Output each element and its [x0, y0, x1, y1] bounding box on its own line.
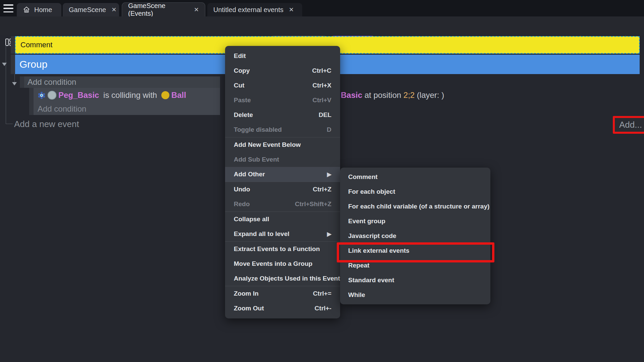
- close-tab-icon[interactable]: ✕: [194, 7, 199, 13]
- menu-item-zoom-out[interactable]: Zoom OutCtrl+-: [225, 301, 340, 316]
- menu-item-label: Standard event: [348, 277, 394, 284]
- group-collapse-arrow-icon[interactable]: [2, 63, 7, 66]
- menu-item-edit[interactable]: Edit: [225, 49, 340, 63]
- menu-item-collapse-all[interactable]: Collapse all: [225, 212, 340, 227]
- menu-item-label: Edit: [234, 52, 246, 60]
- comment-text: Comment: [20, 41, 52, 49]
- menu-item-label: Analyze Objects Used in this Event: [234, 275, 340, 282]
- tab-home[interactable]: Home: [17, 3, 61, 16]
- menu-item-toggle-disabled[interactable]: Toggle disabledD: [225, 122, 340, 137]
- menu-item-expand-all-to-level[interactable]: Expand all to level▶: [225, 227, 340, 241]
- action-object-name-fragment: Basic: [341, 90, 362, 100]
- menu-item-delete[interactable]: DeleteDEL: [225, 108, 340, 122]
- menu-item-shortcut: Ctrl+X: [313, 82, 332, 89]
- menu-item-repeat[interactable]: Repeat: [340, 258, 490, 273]
- gdevelop-events-editor: Home GameScene ✕ GameScene (Events) ✕ Un…: [0, 0, 644, 362]
- menu-item-for-each-object[interactable]: For each object: [340, 184, 490, 199]
- group-title: Group: [19, 59, 47, 70]
- condition-object-name: Peg_Basic: [58, 90, 99, 100]
- add-condition-row[interactable]: Add condition: [24, 76, 220, 88]
- tree-line: [6, 45, 6, 124]
- tab-label: GameScene (Events): [128, 2, 189, 17]
- tab-untitled-external-events[interactable]: Untitled external events ✕: [207, 3, 302, 16]
- action-row[interactable]: Basic at position 2;2 (layer: ): [341, 88, 444, 103]
- menu-item-zoom-in[interactable]: Zoom InCtrl+=: [225, 286, 340, 301]
- tab-gamescene-events[interactable]: GameScene (Events) ✕: [122, 2, 205, 16]
- menu-item-copy[interactable]: CopyCtrl+C: [225, 63, 340, 78]
- condition-row[interactable]: Peg_Basic is colliding with Ball: [38, 88, 186, 103]
- add-condition-label: Add condition: [28, 77, 76, 87]
- ball-object-thumbnail: [161, 91, 169, 99]
- menu-item-label: Add Sub Event: [234, 156, 279, 163]
- menu-item-extract-events-to-a-function[interactable]: Extract Events to a Function: [225, 242, 340, 256]
- menu-item-add-sub-event[interactable]: Add Sub Event: [225, 152, 340, 167]
- action-text: at position: [362, 90, 404, 100]
- menu-item-shortcut: Ctrl+Z: [313, 186, 331, 193]
- menu-item-standard-event[interactable]: Standard event: [340, 273, 490, 288]
- add-condition-row[interactable]: Add condition: [38, 103, 86, 115]
- menu-item-label: Expand all to level: [234, 230, 289, 238]
- menu-item-event-group[interactable]: Event group: [340, 214, 490, 229]
- tab-gamescene[interactable]: GameScene ✕: [63, 3, 119, 16]
- menu-item-label: Copy: [234, 67, 250, 74]
- event-drag-handle[interactable]: [11, 36, 15, 54]
- event-drag-handle[interactable]: [29, 88, 34, 115]
- add-button[interactable]: Add...: [615, 118, 644, 132]
- menu-item-label: Cut: [234, 82, 245, 89]
- menu-item-label: While: [348, 291, 365, 299]
- action-position-value: 2;2: [404, 90, 415, 100]
- menu-item-label: For each child variable (of a structure …: [348, 203, 489, 210]
- menu-item-shortcut: Ctrl+=: [313, 290, 331, 297]
- menu-item-label: Add Other: [234, 171, 265, 178]
- menu-item-analyze-objects-used-in-this-event[interactable]: Analyze Objects Used in this Event: [225, 271, 340, 286]
- menu-item-label: Undo: [234, 186, 250, 193]
- menu-item-shortcut: Ctrl+V: [313, 97, 332, 104]
- menu-item-add-new-event-below[interactable]: Add New Event Below: [225, 137, 340, 152]
- menu-item-comment[interactable]: Comment: [340, 170, 490, 184]
- menu-item-label: Link external events: [348, 247, 410, 254]
- tab-label: Untitled external events: [213, 6, 283, 14]
- menu-item-paste[interactable]: PasteCtrl+V: [225, 93, 340, 108]
- submenu-arrow-icon: ▶: [327, 171, 331, 178]
- menu-item-label: Extract Events to a Function: [234, 245, 320, 253]
- menu-item-redo[interactable]: RedoCtrl+Shift+Z: [225, 197, 340, 212]
- menu-item-for-each-child-variable-of-a-structure-or-array[interactable]: For each child variable (of a structure …: [340, 199, 490, 214]
- toolbar: Preview Publish: [0, 16, 644, 35]
- menu-item-undo[interactable]: UndoCtrl+Z: [225, 182, 340, 197]
- menu-item-label: Zoom Out: [234, 305, 264, 312]
- menu-item-label: For each object: [348, 188, 395, 195]
- menu-item-label: Delete: [234, 111, 253, 119]
- add-new-event-row[interactable]: Add a new event: [14, 118, 79, 130]
- menu-item-while[interactable]: While: [340, 288, 490, 302]
- submenu-arrow-icon: ▶: [327, 231, 331, 238]
- add-button-highlight-box: Add...: [613, 116, 644, 134]
- event-drag-handle[interactable]: [11, 55, 15, 74]
- condition-object2-name: Ball: [171, 90, 186, 100]
- event-drag-handle[interactable]: [20, 76, 24, 88]
- menu-item-label: Collapse all: [234, 216, 269, 223]
- close-tab-icon[interactable]: ✕: [289, 7, 294, 13]
- tab-label: Home: [34, 6, 52, 14]
- menu-item-add-other[interactable]: Add Other▶: [225, 167, 340, 182]
- add-new-event-label: Add a new event: [14, 119, 79, 129]
- event-conditions-block[interactable]: Peg_Basic is colliding with Ball Add con…: [34, 88, 220, 115]
- subevents-collapse-arrow-icon[interactable]: [12, 82, 17, 85]
- action-layer-text: (layer: ): [415, 90, 444, 100]
- menu-item-javascript-code[interactable]: Javascript code: [340, 229, 490, 243]
- tree-line: [6, 124, 13, 124]
- menu-item-shortcut: Ctrl+-: [315, 305, 331, 312]
- tree-line: [14, 74, 15, 82]
- menu-item-label: Javascript code: [348, 232, 396, 240]
- add-button-label: Add...: [619, 120, 642, 130]
- close-tab-icon[interactable]: ✕: [111, 7, 116, 13]
- peg-basic-object-thumbnail: [48, 91, 56, 100]
- tab-label: GameScene: [69, 6, 106, 14]
- menu-item-label: Toggle disabled: [234, 126, 282, 133]
- menu-item-label: Comment: [348, 173, 378, 181]
- menu-item-cut[interactable]: CutCtrl+X: [225, 78, 340, 93]
- menu-item-link-external-events[interactable]: Link external events: [340, 243, 490, 258]
- menu-item-move-events-into-a-group[interactable]: Move Events into a Group: [225, 256, 340, 271]
- main-menu-icon[interactable]: [3, 4, 13, 12]
- add-other-submenu: CommentFor each objectFor each child var…: [340, 168, 490, 304]
- menu-item-label: Paste: [234, 97, 251, 104]
